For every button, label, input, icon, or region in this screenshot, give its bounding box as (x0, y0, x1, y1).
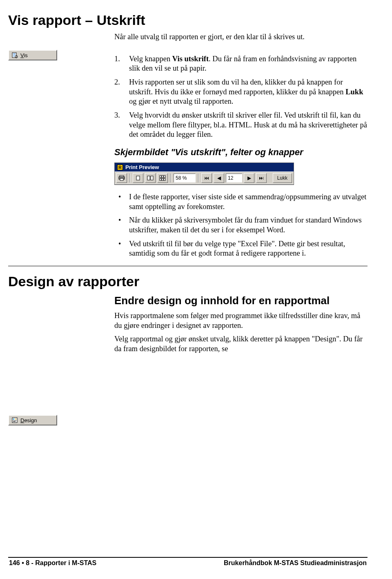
step-3: Velg hvorvidt du ønsker utskrift til skr… (114, 111, 368, 140)
printer-icon (118, 175, 125, 181)
bullet-2: Når du klikker på skriversymbolet får du… (114, 216, 368, 235)
zoom-two-page-button[interactable] (145, 173, 156, 183)
last-icon: ⏭ (259, 175, 264, 181)
zoom-single-page-button[interactable] (133, 173, 143, 183)
subsection-title: Skjermbildet "Vis utskrift", felter og k… (114, 147, 368, 158)
print-preview-titlebar: R Print Preview (115, 163, 294, 171)
intro-paragraph: Når alle utvalg til rapporten er gjort, … (114, 32, 368, 42)
svg-rect-7 (120, 178, 123, 180)
svg-rect-12 (162, 176, 163, 178)
page-footer: 146 • 8 - Rapporter i M-STAS Brukerhåndb… (8, 557, 368, 567)
svg-rect-10 (151, 176, 153, 180)
svg-rect-17 (12, 418, 17, 423)
page-double-icon (147, 175, 154, 181)
svg-rect-16 (164, 178, 165, 180)
next-page-button[interactable]: ▶ (244, 173, 254, 183)
bullet-3: Ved utskrift til fil bør du velge type "… (114, 239, 368, 258)
app-icon: R (117, 165, 123, 170)
print-preview-toolbar: 58 % ⏮ ◀ 12 ▶ ⏭ Lukk (115, 171, 294, 185)
zoom-field[interactable]: 58 % (174, 174, 196, 183)
svg-rect-20 (13, 421, 16, 421)
page-single-icon (135, 175, 141, 181)
print-preview-title: Print Preview (125, 164, 159, 170)
svg-rect-15 (162, 178, 163, 180)
design-paragraph-2: Velg rapportmal og gjør ønsket utvalg, k… (114, 334, 368, 354)
section-title-design: Design av rapporter (8, 274, 368, 290)
page-multi-icon (159, 175, 166, 181)
step-2: Hvis rapporten ser ut slik som du vil ha… (114, 78, 368, 107)
vis-button-label: Vis (20, 52, 28, 58)
prev-page-button[interactable]: ◀ (214, 173, 224, 183)
svg-rect-13 (164, 176, 165, 178)
subsection-title-design: Endre design og innhold for en rapportma… (114, 294, 368, 307)
last-page-button[interactable]: ⏭ (256, 173, 267, 183)
footer-right: Brukerhåndbok M-STAS Studieadministrasjo… (224, 559, 367, 567)
design-button[interactable]: Design (8, 415, 57, 425)
print-button[interactable] (116, 173, 127, 183)
svg-rect-19 (15, 419, 16, 420)
prev-icon: ◀ (217, 175, 221, 181)
report-icon (11, 52, 18, 58)
svg-rect-21 (13, 421, 16, 422)
svg-rect-1 (13, 53, 16, 54)
vis-button[interactable]: Vis (8, 50, 57, 60)
svg-rect-9 (147, 176, 150, 180)
section-divider (8, 266, 368, 266)
first-icon: ⏮ (204, 175, 209, 181)
print-preview-window: R Print Preview 58 % ⏮ ◀ 12 ▶ ⏭ (114, 163, 294, 185)
footer-left: 146 • 8 - Rapporter i M-STAS (9, 559, 96, 567)
design-button-label: Design (20, 417, 37, 423)
page-field[interactable]: 12 (226, 174, 242, 183)
bullet-1: I de fleste rapporter, viser siste side … (114, 192, 368, 212)
first-page-button[interactable]: ⏮ (201, 173, 212, 183)
svg-rect-11 (160, 176, 161, 178)
close-preview-button[interactable]: Lukk (273, 173, 292, 183)
page-title: Vis rapport – Utskrift (8, 12, 368, 28)
zoom-multi-page-button[interactable] (157, 173, 168, 183)
svg-rect-18 (13, 419, 14, 420)
svg-rect-8 (136, 176, 140, 180)
svg-rect-14 (160, 178, 161, 180)
design-icon (11, 417, 18, 423)
next-icon: ▶ (247, 175, 251, 181)
step-1: Velg knappen Vis utskrift. Du får nå fra… (114, 54, 368, 73)
svg-rect-2 (13, 55, 16, 55)
design-paragraph-1: Hvis rapportmalene som følger med progra… (114, 311, 368, 330)
svg-rect-3 (13, 56, 15, 56)
